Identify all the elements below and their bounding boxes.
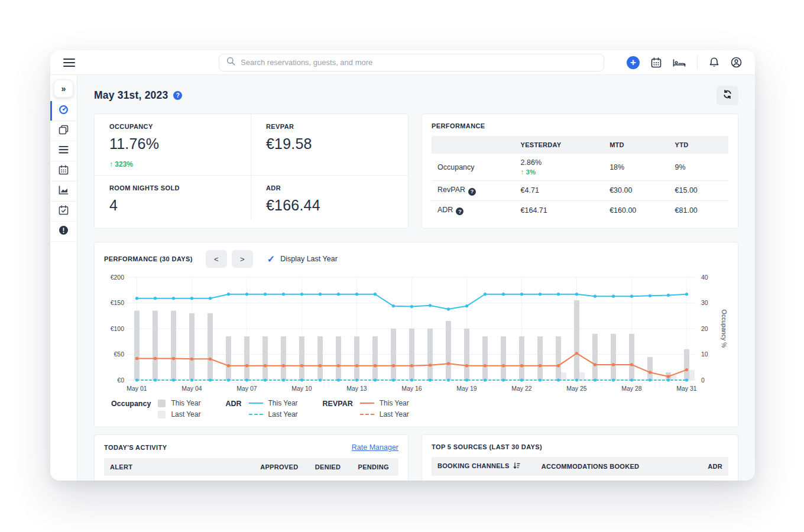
page-title: May 31st, 2023 xyxy=(94,89,168,102)
adr-help-icon[interactable]: ? xyxy=(456,207,463,215)
svg-text:40: 40 xyxy=(701,274,708,281)
hamburger-icon[interactable] xyxy=(63,59,75,67)
kpi-room-nights-label: ROOM NIGHTS SOLD xyxy=(109,184,236,192)
kpi-room-nights-value: 4 xyxy=(109,197,236,214)
svg-text:May 22: May 22 xyxy=(511,385,532,392)
sidebar: » xyxy=(50,75,77,481)
refresh-button[interactable] xyxy=(717,86,738,105)
svg-text:May 01: May 01 xyxy=(127,385,147,392)
occupancy-this-year-swatch xyxy=(158,400,166,407)
kpi-card: OCCUPANCY 11.76% ↑ 323% REVPAR €19.58 RO… xyxy=(94,113,409,229)
chart-legend: Occupancy This Year Last Year ADR This Y… xyxy=(111,399,728,419)
legend-group-adr: ADR This Year Last Year xyxy=(225,399,297,419)
col-ytd: YTD xyxy=(669,136,728,154)
kpi-adr: ADR €166.44 xyxy=(251,176,408,220)
performance-title: PERFORMANCE xyxy=(432,122,728,129)
revpar-last-year-swatch xyxy=(360,414,374,415)
kpi-occupancy-change: ↑ 323% xyxy=(109,160,236,168)
adr-last-year-swatch xyxy=(249,414,263,415)
kpi-revpar-label: REVPAR xyxy=(266,123,393,130)
col-yesterday: YESTERDAY xyxy=(515,136,604,154)
table-row: RevPAR? €4.71 €30.00 €15.00 xyxy=(432,181,728,201)
svg-text:10: 10 xyxy=(701,351,708,358)
svg-text:20: 20 xyxy=(701,325,708,332)
refresh-icon xyxy=(723,90,732,101)
chart-title: PERFORMANCE (30 DAYS) xyxy=(104,255,193,262)
svg-text:0: 0 xyxy=(701,377,705,384)
svg-text:€0: €0 xyxy=(117,377,124,384)
search-input[interactable] xyxy=(241,58,596,67)
svg-text:€50: €50 xyxy=(114,351,124,358)
svg-text:May 04: May 04 xyxy=(181,385,202,392)
svg-text:Occupancy %: Occupancy % xyxy=(721,310,728,348)
sidebar-item-alerts[interactable] xyxy=(50,222,77,242)
svg-text:May 25: May 25 xyxy=(566,385,587,392)
topbar-divider xyxy=(697,56,698,70)
rate-manager-link[interactable]: Rate Manager xyxy=(352,443,398,452)
todays-activity-card: TODAY'S ACTIVITY Rate Manager ALERT APPR… xyxy=(94,434,409,481)
kpi-room-nights: ROOM NIGHTS SOLD 4 xyxy=(95,176,251,220)
kpi-occupancy-value: 11.76% xyxy=(109,135,236,153)
sidebar-item-reservations[interactable] xyxy=(50,121,77,141)
kpi-occupancy: OCCUPANCY 11.76% ↑ 323% xyxy=(95,114,251,176)
legend-group-occupancy: Occupancy This Year Last Year xyxy=(111,399,200,419)
performance-card: PERFORMANCE YESTERDAY MTD YTD Occupancy … xyxy=(422,113,738,229)
svg-text:May 16: May 16 xyxy=(401,385,422,392)
svg-text:May 28: May 28 xyxy=(621,385,642,392)
revpar-help-icon[interactable]: ? xyxy=(468,188,476,196)
bell-icon[interactable] xyxy=(709,57,719,68)
chart-prev-button[interactable]: < xyxy=(206,250,227,268)
sidebar-expand-button[interactable]: » xyxy=(54,80,73,98)
revpar-this-year-swatch xyxy=(360,403,374,404)
sort-icon[interactable] xyxy=(513,463,520,471)
top-sources-card: TOP 5 SOURCES (LAST 30 DAYS) BOOKING CHA… xyxy=(422,434,738,481)
expand-double-chevron-icon: » xyxy=(61,84,66,93)
sidebar-item-calendar[interactable] xyxy=(50,161,77,181)
list-icon xyxy=(59,145,69,157)
svg-text:May 19: May 19 xyxy=(456,385,477,392)
svg-text:May 10: May 10 xyxy=(291,385,312,392)
date-help-icon[interactable]: ? xyxy=(173,91,182,100)
app-window: + » xyxy=(50,50,755,481)
legend-group-revpar: REVPAR This Year Last Year xyxy=(323,399,409,419)
kpi-revpar-value: €19.58 xyxy=(266,135,393,153)
checkmark-icon: ✓ xyxy=(267,254,275,265)
yesterday-change: ↑ 3% xyxy=(521,168,598,176)
adr-this-year-swatch xyxy=(249,403,263,404)
user-circle-icon[interactable] xyxy=(731,57,742,68)
kpi-occupancy-label: OCCUPANCY xyxy=(109,123,236,130)
table-row: ADR? €164.71 €160.00 €81.00 xyxy=(432,200,728,220)
sidebar-item-tasks[interactable] xyxy=(50,202,77,222)
table-row: Website/Booking Engine 1 €100.00 xyxy=(432,476,728,481)
display-last-year-checkbox[interactable]: ✓ Display Last Year xyxy=(267,254,338,265)
table-row: Occupancy 2.86%↑ 3% 18% 9% xyxy=(432,154,728,181)
svg-text:30: 30 xyxy=(701,299,708,306)
svg-text:€100: €100 xyxy=(111,325,125,332)
sources-title: TOP 5 SOURCES (LAST 30 DAYS) xyxy=(432,443,728,450)
sidebar-item-dashboard[interactable] xyxy=(50,101,77,121)
chart-next-button[interactable]: > xyxy=(232,250,253,268)
svg-text:€200: €200 xyxy=(111,274,125,281)
area-chart-icon xyxy=(59,186,69,197)
table-row: Occupancy < 50% for next 3 days - - 1 xyxy=(104,476,398,481)
svg-text:May 31: May 31 xyxy=(676,385,697,392)
occupancy-last-year-swatch xyxy=(158,411,166,419)
calendar-icon[interactable] xyxy=(651,57,662,68)
sources-table: BOOKING CHANNELS ACCOMMODATIONS BOOKED A… xyxy=(432,457,728,481)
global-search[interactable] xyxy=(219,54,604,72)
kpi-adr-value: €166.44 xyxy=(266,197,393,214)
alert-circle-icon xyxy=(59,225,69,238)
activity-title: TODAY'S ACTIVITY xyxy=(104,444,167,451)
calendar-check-icon xyxy=(59,205,69,218)
dashboard-gauge-icon xyxy=(58,104,69,118)
calendar-grid-icon xyxy=(59,165,69,177)
plus-circle-icon[interactable]: + xyxy=(627,56,640,69)
copy-pages-icon xyxy=(59,125,69,137)
kpi-revpar: REVPAR €19.58 xyxy=(251,114,408,176)
search-icon xyxy=(226,57,235,68)
dashboard-content: May 31st, 2023 ? OCCUPANCY 11.76% ↑ 323% xyxy=(77,75,755,481)
sidebar-item-list[interactable] xyxy=(50,141,77,161)
bed-icon[interactable] xyxy=(673,57,686,68)
sidebar-item-reports[interactable] xyxy=(50,181,77,202)
svg-text:€150: €150 xyxy=(111,299,125,306)
